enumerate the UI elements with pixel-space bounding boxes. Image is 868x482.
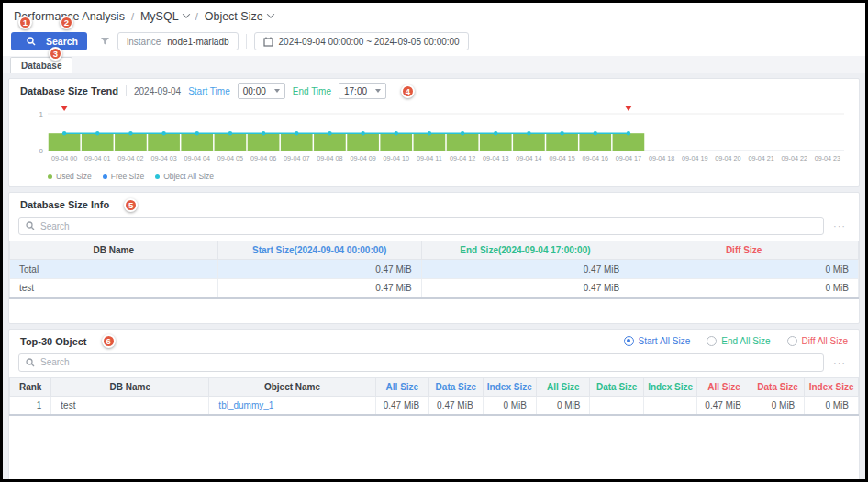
top30-table: Rank DB Name Object Name All Size Data S… xyxy=(9,377,859,417)
radio-diff-all-size[interactable]: Diff All Size xyxy=(787,336,848,346)
x-tick-label: 09-04 12 xyxy=(450,154,475,163)
point-object-all-size xyxy=(128,131,132,135)
date-range-picker[interactable]: 2024-09-04 00:00:00 ~ 2024-09-05 00:00:0… xyxy=(254,32,469,50)
instance-selector[interactable]: instance node1-mariadb xyxy=(117,32,239,50)
object-link[interactable]: tbl_dummy_1 xyxy=(218,400,273,410)
x-tick-label: 09-04 14 xyxy=(516,154,541,163)
breadcrumb-item-mysql[interactable]: MySQL xyxy=(140,10,189,23)
legend-dot-icon xyxy=(48,174,52,179)
x-tick-label: 09-04 20 xyxy=(715,154,740,163)
x-tick-label: 09-04 03 xyxy=(150,154,176,163)
breadcrumb: Performance Analysis / MySQL / Object Si… xyxy=(3,3,865,27)
annotation-badge-6: 6 xyxy=(102,334,116,348)
col-object-name: Object Name xyxy=(209,377,375,396)
x-tick-label: 09-04 04 xyxy=(184,154,210,163)
point-object-all-size xyxy=(262,131,265,135)
search-button[interactable]: Search xyxy=(11,32,87,50)
legend-item: Used Size xyxy=(48,172,92,181)
cell-end-size: 0.47 MiB xyxy=(421,279,629,298)
bar-used-size xyxy=(314,133,346,151)
annotation-badge-2: 2 xyxy=(60,16,73,29)
size-info-search-input[interactable] xyxy=(40,221,823,231)
point-object-all-size xyxy=(494,131,497,135)
breadcrumb-label: Object Size xyxy=(205,10,263,23)
x-tick-label: 09-04 11 xyxy=(417,154,442,163)
point-object-all-size xyxy=(527,131,530,135)
toolbar: Search instance node1-mariadb 2024-09-04… xyxy=(3,27,865,50)
legend-item: Free Size xyxy=(103,172,144,181)
radio-end-all-size[interactable]: End All Size xyxy=(707,336,770,346)
start-time-label: Start Time xyxy=(188,86,230,96)
cell-db-name: Total xyxy=(10,260,218,279)
bar-used-size xyxy=(248,133,280,151)
cell-diff-all-size: 0.47 MiB xyxy=(697,396,751,415)
col-diff-index-size: Index Size xyxy=(805,377,859,396)
title-divider xyxy=(126,85,127,96)
trend-date: 2024-09-04 xyxy=(134,86,181,96)
point-object-all-size xyxy=(361,131,364,135)
radio-start-all-size[interactable]: Start All Size xyxy=(624,336,691,346)
point-object-all-size xyxy=(594,131,597,135)
start-time-select[interactable]: 00:00 xyxy=(238,83,285,99)
top30-more-button[interactable]: ··· xyxy=(829,353,850,372)
filter-funnel-icon[interactable] xyxy=(100,37,110,46)
cell-rank: 1 xyxy=(10,396,51,415)
bar-used-size xyxy=(613,133,645,151)
radio-selected-icon xyxy=(624,336,634,346)
breadcrumb-item-object-size[interactable]: Object Size xyxy=(205,10,273,23)
end-time-select[interactable]: 17:00 xyxy=(339,83,386,99)
bar-used-size xyxy=(480,133,512,151)
cell-start-data-size: 0.47 MiB xyxy=(429,396,483,415)
col-start-size: Start Size(2024-09-04 00:00:00) xyxy=(217,241,421,260)
bar-used-size xyxy=(82,133,114,151)
top30-radio-group: Start All Size End All Size Diff All Siz… xyxy=(624,336,848,346)
chevron-down-icon xyxy=(375,89,381,93)
point-object-all-size xyxy=(228,131,232,135)
table-row-total: Total 0.47 MiB 0.47 MiB 0 MiB xyxy=(10,260,859,279)
size-info-more-button[interactable]: ··· xyxy=(829,217,850,235)
cell-start-index-size: 0 MiB xyxy=(483,396,536,415)
y-tick-label: 1 xyxy=(39,110,44,118)
annotation-badge-4: 4 xyxy=(401,84,415,98)
chevron-down-icon xyxy=(182,10,189,17)
point-object-all-size xyxy=(161,131,165,135)
trend-chart-svg: 0109-04 0009-04 0109-04 0209-04 0309-04 … xyxy=(17,103,850,167)
tab-database[interactable]: Database xyxy=(10,57,72,73)
table-row-test: test 0.47 MiB 0.47 MiB 0 MiB xyxy=(10,279,859,298)
x-tick-label: 09-04 17 xyxy=(616,154,641,163)
bar-used-size xyxy=(148,133,180,151)
time-marker-icon xyxy=(625,106,632,111)
bar-used-size xyxy=(513,133,545,151)
instance-label: instance xyxy=(127,37,161,47)
legend-dot-icon xyxy=(155,174,160,179)
top30-search-input[interactable] xyxy=(40,357,823,367)
x-tick-label: 09-04 16 xyxy=(583,154,608,163)
app-window: 1 2 3 Performance Analysis / MySQL / Obj… xyxy=(3,3,865,479)
breadcrumb-separator: / xyxy=(195,11,198,22)
radio-label: Start All Size xyxy=(639,336,691,346)
cell-start-all-size: 0.47 MiB xyxy=(375,396,428,415)
trend-legend: Used SizeFree SizeObject All Size xyxy=(9,171,859,186)
toolbar-divider xyxy=(246,34,247,49)
cell-db-name: test xyxy=(51,396,209,415)
cell-start-size: 0.47 MiB xyxy=(217,279,421,298)
top30-empty-area xyxy=(9,416,859,479)
cell-object-name: tbl_dummy_1 xyxy=(209,396,375,415)
tab-strip: Database xyxy=(3,56,865,73)
search-button-label: Search xyxy=(46,36,78,47)
search-icon xyxy=(26,221,35,230)
col-db-name: DB Name xyxy=(10,241,218,260)
top30-panel-title: Top-30 Object xyxy=(20,336,87,347)
col-start-all-size: All Size xyxy=(375,377,428,396)
bar-used-size xyxy=(447,133,479,151)
point-object-all-size xyxy=(461,131,464,135)
size-info-empty-area xyxy=(9,299,859,321)
top30-row-1: 1 test tbl_dummy_1 0.47 MiB 0.47 MiB 0 M… xyxy=(10,396,859,415)
bar-used-size xyxy=(215,133,247,151)
cell-start-size: 0.47 MiB xyxy=(217,260,421,279)
col-end-data-size: Data Size xyxy=(590,377,643,396)
x-tick-label: 09-04 23 xyxy=(815,154,840,163)
radio-label: End All Size xyxy=(721,336,770,346)
point-object-all-size xyxy=(560,131,563,135)
top30-search-box xyxy=(18,353,824,372)
